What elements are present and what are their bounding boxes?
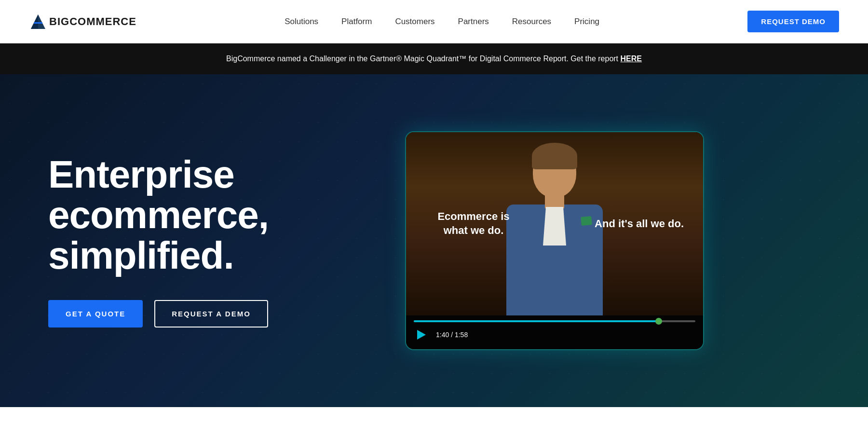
request-demo-button[interactable]: REQUEST DEMO xyxy=(747,11,839,32)
play-button[interactable] xyxy=(414,327,429,342)
logo[interactable]: BIGCOMMERCE xyxy=(29,13,136,31)
nav-item-solutions[interactable]: Solutions xyxy=(285,17,318,27)
svg-rect-2 xyxy=(34,22,42,24)
controls-row: 1:40 / 1:58 xyxy=(414,327,695,342)
main-nav: BIGCOMMERCE Solutions Platform Customers… xyxy=(0,0,868,43)
progress-thumb xyxy=(655,318,662,325)
nav-item-resources[interactable]: Resources xyxy=(512,17,551,27)
video-text-right: And it's all we do. xyxy=(595,217,684,231)
video-player[interactable]: Ecommerce is what we do. And it's all we… xyxy=(405,131,704,350)
nav-item-pricing[interactable]: Pricing xyxy=(574,17,599,27)
progress-bar[interactable] xyxy=(414,320,695,322)
logo-text: BIGCOMMERCE xyxy=(49,15,136,28)
nav-item-customers[interactable]: Customers xyxy=(395,17,434,27)
progress-filled xyxy=(414,320,659,322)
video-controls: 1:40 / 1:58 xyxy=(406,315,703,349)
nav-links: Solutions Platform Customers Partners Re… xyxy=(285,17,599,27)
nav-item-partners[interactable]: Partners xyxy=(458,17,489,27)
hero-headline: Enterprise ecommerce, simplified. xyxy=(48,154,376,276)
announcement-text: BigCommerce named a Challenger in the Ga… xyxy=(226,55,620,63)
play-icon xyxy=(417,330,426,340)
video-text-left: Ecommerce is what we do. xyxy=(425,210,522,237)
announcement-bar: BigCommerce named a Challenger in the Ga… xyxy=(0,43,868,74)
hero-left: Enterprise ecommerce, simplified. GET A … xyxy=(48,154,376,327)
request-demo-hero-button[interactable]: REQUEST A DEMO xyxy=(154,300,268,327)
svg-marker-1 xyxy=(31,14,38,29)
bigcommerce-logo-icon xyxy=(29,13,47,31)
announcement-link[interactable]: HERE xyxy=(621,55,642,63)
hero-section: Enterprise ecommerce, simplified. GET A … xyxy=(0,74,868,407)
nav-item-platform[interactable]: Platform xyxy=(341,17,372,27)
video-frame: Ecommerce is what we do. And it's all we… xyxy=(406,132,703,315)
hero-right: Ecommerce is what we do. And it's all we… xyxy=(405,131,704,350)
time-display: 1:40 / 1:58 xyxy=(436,331,468,339)
hero-buttons: GET A QUOTE REQUEST A DEMO xyxy=(48,300,376,327)
get-quote-button[interactable]: GET A QUOTE xyxy=(48,300,143,327)
